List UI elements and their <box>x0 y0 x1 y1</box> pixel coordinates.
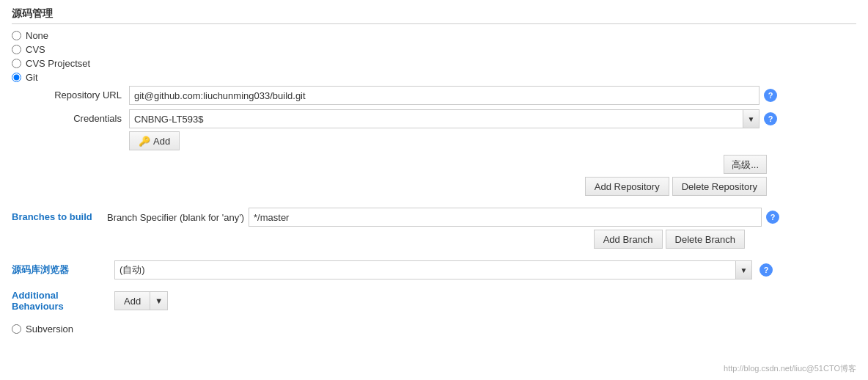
radio-git[interactable]: Git <box>12 72 856 83</box>
radio-label-none: None <box>26 30 48 41</box>
credentials-dropdown-arrow[interactable]: ▼ <box>743 110 759 128</box>
radio-cvs[interactable]: CVS <box>12 44 856 55</box>
key-icon: 🔑 <box>139 136 150 147</box>
source-browser-help-icon[interactable]: ? <box>760 263 773 277</box>
subversion-row: Subversion <box>12 324 856 335</box>
radio-label-cvs-projectset: CVS Projectset <box>26 58 90 69</box>
credentials-select-wrapper: CNBNG-LT593$ ▼ <box>129 109 760 128</box>
credentials-label: Credentials <box>26 109 129 124</box>
repo-buttons-row: Add Repository Delete Repository <box>26 177 767 196</box>
branch-specifier-label: Branch Specifier (blank for 'any') <box>107 212 244 223</box>
radio-input-git[interactable] <box>12 73 21 82</box>
section-title: 源码管理 <box>12 7 856 24</box>
repository-url-label: Repository URL <box>26 86 129 101</box>
add-branch-button[interactable]: Add Branch <box>594 230 663 249</box>
repository-url-input[interactable] <box>129 86 760 105</box>
delete-branch-button[interactable]: Delete Branch <box>666 230 745 249</box>
radio-cvs-projectset[interactable]: CVS Projectset <box>12 58 856 69</box>
advanced-row: 高级... <box>26 155 767 174</box>
branch-specifier-row: Branch Specifier (blank for 'any') ? <box>107 208 856 227</box>
git-section: Repository URL ? Credentials CNBNG-LT593… <box>26 86 856 196</box>
radio-label-subversion: Subversion <box>26 324 73 335</box>
add-credentials-button[interactable]: 🔑 Add <box>129 131 180 150</box>
page-container: 源码管理 None CVS CVS Projectset Git Reposit… <box>0 0 868 380</box>
branches-content: Branch Specifier (blank for 'any') ? Add… <box>107 208 856 249</box>
credentials-select-row: CNBNG-LT593$ ▼ ? <box>129 109 789 128</box>
radio-input-cvs-projectset[interactable] <box>12 59 21 68</box>
advanced-button[interactable]: 高级... <box>724 155 767 174</box>
source-browser-value: (自动) <box>115 261 735 279</box>
radio-label-git: Git <box>26 72 38 83</box>
add-credentials-label: Add <box>153 136 170 147</box>
radio-none[interactable]: None <box>12 30 856 41</box>
radio-input-none[interactable] <box>12 31 21 40</box>
add-behaviour-main-button[interactable]: Add <box>114 291 150 310</box>
add-behaviour-dropdown-button[interactable]: ▼ <box>150 291 168 310</box>
source-browser-label: 源码库浏览器 <box>12 263 107 277</box>
radio-input-subversion[interactable] <box>12 324 21 334</box>
repository-url-help-icon[interactable]: ? <box>764 89 777 102</box>
branches-label: Branches to build <box>12 208 107 222</box>
branch-specifier-help-icon[interactable]: ? <box>766 211 779 224</box>
credentials-value: CNBNG-LT593$ <box>130 112 743 127</box>
additional-behaviours-label: Additional Behaviours <box>12 290 107 312</box>
credentials-help-icon[interactable]: ? <box>764 112 777 125</box>
watermark: http://blog.csdn.net/liuc@51CTO博客 <box>724 363 856 374</box>
radio-label-cvs: CVS <box>26 44 45 55</box>
branches-section: Branches to build Branch Specifier (blan… <box>12 208 856 249</box>
repository-url-field: ? <box>129 86 789 105</box>
delete-repository-button[interactable]: Delete Repository <box>672 177 767 196</box>
repository-url-row: Repository URL ? <box>26 86 856 105</box>
add-behaviour-split-button: Add ▼ <box>114 291 168 310</box>
radio-input-cvs[interactable] <box>12 45 21 54</box>
branches-row: Branches to build Branch Specifier (blan… <box>12 208 856 249</box>
source-browser-select[interactable]: (自动) ▼ <box>114 260 752 279</box>
add-credentials-row: 🔑 Add <box>129 131 180 150</box>
source-browser-section: 源码库浏览器 (自动) ▼ ? <box>12 260 856 279</box>
credentials-row: Credentials CNBNG-LT593$ ▼ ? 🔑 Add <box>26 109 856 150</box>
credentials-field: CNBNG-LT593$ ▼ ? 🔑 Add <box>129 109 789 150</box>
branch-specifier-input[interactable] <box>249 208 762 227</box>
branch-buttons-row: Add Branch Delete Branch <box>107 230 745 249</box>
additional-behaviours-section: Additional Behaviours Add ▼ <box>12 290 856 312</box>
source-browser-dropdown-arrow[interactable]: ▼ <box>735 261 751 279</box>
add-repository-button[interactable]: Add Repository <box>585 177 669 196</box>
